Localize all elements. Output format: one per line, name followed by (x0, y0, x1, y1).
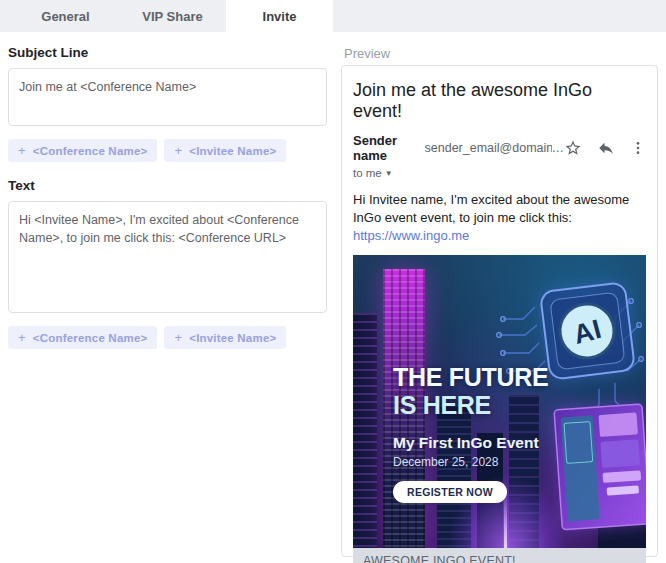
plus-icon: + (18, 143, 26, 158)
text-token-chips: + <Conference Name> + <Invitee Name> (8, 326, 327, 349)
subject-token-chips: + <Conference Name> + <Invitee Name> (8, 139, 327, 162)
to-me-dropdown[interactable]: to me ▼ (353, 167, 393, 179)
chip-label: <Invitee Name> (189, 145, 276, 157)
insert-invitee-name-chip[interactable]: + <Invitee Name> (164, 139, 286, 162)
insert-invitee-name-chip[interactable]: + <Invitee Name> (164, 326, 286, 349)
tab-general[interactable]: General (12, 0, 119, 32)
body-text: Hi Invitee name, I'm excited about the a… (353, 192, 629, 225)
sender-row: Sender name sender_email@domain.com … (353, 133, 646, 163)
body-link[interactable]: https://www.ingo.me (353, 228, 469, 243)
chip-label: <Invitee Name> (189, 332, 276, 344)
invite-form-panel: Subject Line Join me at <Conference Name… (0, 32, 334, 563)
banner-event-date: December 25, 2028 (393, 455, 548, 469)
register-now-button[interactable]: REGISTER NOW (393, 481, 507, 503)
plus-icon: + (174, 143, 182, 158)
insert-conference-name-chip[interactable]: + <Conference Name> (8, 326, 157, 349)
dropdown-arrow-icon: ▼ (385, 169, 393, 178)
banner-headline-line1: THE FUTURE (393, 365, 548, 391)
banner-text-block: THE FUTURE IS HERE My First InGo Event D… (393, 365, 548, 503)
banner-caption-bar: AWESOME INGO EVENT! (353, 548, 646, 563)
text-label: Text (8, 178, 327, 193)
chip-label: <Conference Name> (33, 332, 148, 344)
email-subject: Join me at the awesome InGo event! (353, 80, 646, 122)
chip-label: <Conference Name> (33, 145, 148, 157)
sender-email-ellipsis: … (552, 141, 565, 155)
plus-icon: + (18, 330, 26, 345)
reply-icon[interactable] (597, 139, 615, 157)
subject-line-input[interactable]: Join me at <Conference Name> (8, 68, 327, 126)
sender-email: sender_email@domain.com (425, 141, 552, 155)
preview-label: Preview (341, 46, 658, 61)
banner-caption: AWESOME INGO EVENT! (363, 554, 516, 563)
insert-conference-name-chip[interactable]: + <Conference Name> (8, 139, 157, 162)
subject-line-label: Subject Line (8, 45, 327, 60)
email-body: Hi Invitee name, I'm excited about the a… (353, 191, 646, 246)
invite-settings-page: General VIP Share Invite Subject Line Jo… (0, 0, 666, 563)
plus-icon: + (174, 330, 182, 345)
to-me-label: to me (353, 167, 382, 179)
banner-event-name: My First InGo Event (393, 434, 548, 452)
banner-headline-line2: IS HERE (393, 393, 548, 419)
tab-bar: General VIP Share Invite (0, 0, 666, 32)
tab-vip-share[interactable]: VIP Share (119, 0, 226, 32)
sender-name: Sender name (353, 133, 420, 163)
tab-invite[interactable]: Invite (226, 0, 333, 32)
preview-panel: Preview Join me at the awesome InGo even… (334, 32, 666, 563)
event-banner-image: AI (353, 255, 646, 548)
text-input[interactable]: Hi <Invitee Name>, I'm excited about <Co… (8, 201, 327, 313)
email-preview-card: Join me at the awesome InGo event! Sende… (341, 65, 658, 557)
more-vert-icon[interactable] (630, 140, 646, 156)
star-icon[interactable] (564, 139, 582, 157)
